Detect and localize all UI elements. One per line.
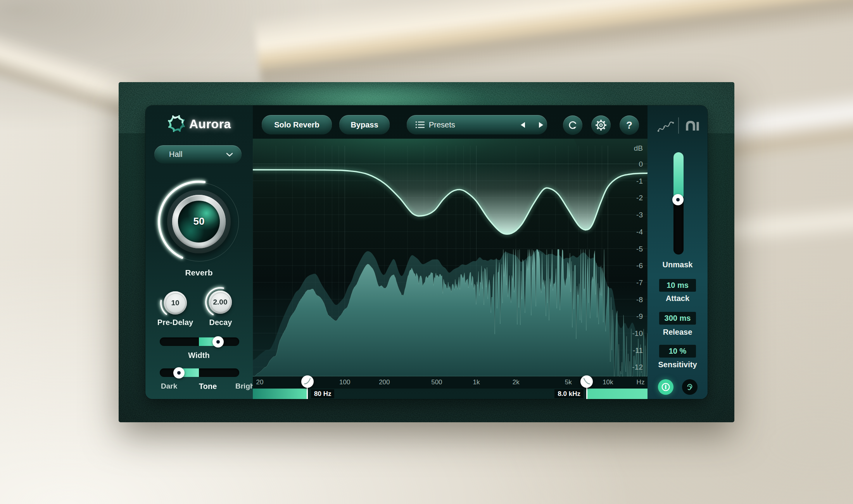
solo-reverb-label: Solo Reverb <box>274 120 319 129</box>
eq-spectrum-plot: dB0-1-2-3-4-5-6-7-8-9-10-11-12 <box>253 139 648 377</box>
listen-button[interactable] <box>682 379 698 395</box>
svg-text:-7: -7 <box>636 279 643 287</box>
low-cut-bar[interactable] <box>253 389 307 399</box>
svg-text:-6: -6 <box>636 261 643 270</box>
unmask-handle[interactable] <box>672 194 684 205</box>
graph-section: Solo Reverb Bypass Presets <box>253 105 648 399</box>
ear-icon <box>685 382 694 392</box>
tone-handle[interactable] <box>173 367 185 378</box>
low-cut-value[interactable]: 80 Hz <box>311 389 334 398</box>
high-cut-value[interactable]: 8.0 kHz <box>554 389 584 398</box>
help-icon: ? <box>626 119 632 131</box>
freq-tick-label: 5k <box>565 378 572 386</box>
freq-tick-label: 200 <box>379 378 390 386</box>
freq-axis-unit: Hz <box>637 378 645 386</box>
svg-text:-4: -4 <box>636 228 643 236</box>
svg-text:-9: -9 <box>636 312 643 320</box>
svg-text:-2: -2 <box>636 194 643 202</box>
reset-icon <box>567 120 578 131</box>
high-cut-handle[interactable] <box>580 375 593 388</box>
svg-text:dB: dB <box>634 144 643 152</box>
svg-text:-10: -10 <box>632 329 643 337</box>
power-icon <box>661 382 671 392</box>
predelay-value: 10 <box>171 299 179 307</box>
svg-text:-1: -1 <box>636 177 643 185</box>
filter-slider-strip: 80 Hz 8.0 kHz <box>253 389 648 399</box>
unmask-power-button[interactable] <box>658 379 673 395</box>
bypass-button[interactable]: Bypass <box>339 115 390 134</box>
gear-icon <box>595 119 607 131</box>
freq-tick-label: 100 <box>339 378 350 386</box>
release-label: Release <box>648 328 708 337</box>
bypass-label: Bypass <box>351 120 378 129</box>
freq-tick-label: 20 <box>256 378 264 386</box>
chevron-down-icon <box>226 153 233 157</box>
predelay-label: Pre-Delay <box>152 318 199 327</box>
next-arrow-icon[interactable] <box>539 122 543 128</box>
decay-knob[interactable]: 2.00 <box>209 291 232 314</box>
native-instruments-logo <box>684 121 701 131</box>
izotope-logo <box>657 119 675 134</box>
release-value[interactable]: 300 ms <box>659 312 696 325</box>
algorithm-dropdown[interactable]: Hall <box>154 145 242 163</box>
unmask-fill <box>673 152 684 200</box>
predelay-knob[interactable]: 10 <box>164 291 187 315</box>
main-panel: Aurora Hall 50 Reverb 10 2.00 Pre-Delay <box>145 105 708 399</box>
reverb-knob[interactable]: 50 <box>156 179 242 264</box>
unmask-panel: Unmask 10 ms Attack 300 ms Release 10 % … <box>648 105 708 399</box>
app-title: Aurora <box>189 117 231 131</box>
reverb-label: Reverb <box>156 268 242 277</box>
unmask-label: Unmask <box>648 260 708 269</box>
tone-slider[interactable] <box>160 368 239 377</box>
svg-text:-3: -3 <box>636 211 643 219</box>
width-handle[interactable] <box>212 336 224 347</box>
decay-label: Decay <box>199 318 242 327</box>
freq-tick-label: 1k <box>473 378 480 386</box>
list-icon <box>415 120 425 129</box>
svg-text:0: 0 <box>639 160 643 168</box>
low-cut-slope-icon <box>301 375 314 388</box>
svg-text:-11: -11 <box>633 346 643 354</box>
aurora-logo-icon <box>167 114 186 133</box>
prev-arrow-icon[interactable] <box>521 122 525 128</box>
presets-label: Presets <box>429 120 455 129</box>
freq-tick-label: 2k <box>513 378 520 386</box>
algorithm-selected: Hall <box>169 150 182 159</box>
attack-value[interactable]: 10 ms <box>659 279 696 292</box>
presets-dropdown[interactable]: Presets <box>407 115 547 134</box>
settings-button[interactable] <box>591 115 611 135</box>
freq-tick-label: 10k <box>603 378 613 386</box>
solo-reverb-button[interactable]: Solo Reverb <box>262 115 332 134</box>
help-button[interactable]: ? <box>620 115 639 135</box>
freq-tick-label: 500 <box>431 378 442 386</box>
svg-text:-5: -5 <box>636 245 643 253</box>
width-slider[interactable] <box>160 337 239 346</box>
reverb-value: 50 <box>156 215 242 227</box>
sensitivity-value[interactable]: 10 % <box>659 345 696 358</box>
low-cut-handle[interactable] <box>301 375 314 388</box>
logo-divider <box>678 117 679 134</box>
svg-text:-8: -8 <box>636 296 643 304</box>
width-label: Width <box>156 351 242 360</box>
attack-label: Attack <box>648 294 708 303</box>
sensitivity-label: Sensitivity <box>648 360 708 369</box>
reset-button[interactable] <box>563 115 582 135</box>
high-cut-slope-icon <box>580 375 593 388</box>
svg-text:-12: -12 <box>632 363 643 371</box>
high-cut-bar[interactable] <box>587 389 648 399</box>
plugin-window: Aurora Hall 50 Reverb 10 2.00 Pre-Delay <box>119 82 734 422</box>
decay-value: 2.00 <box>213 298 228 306</box>
